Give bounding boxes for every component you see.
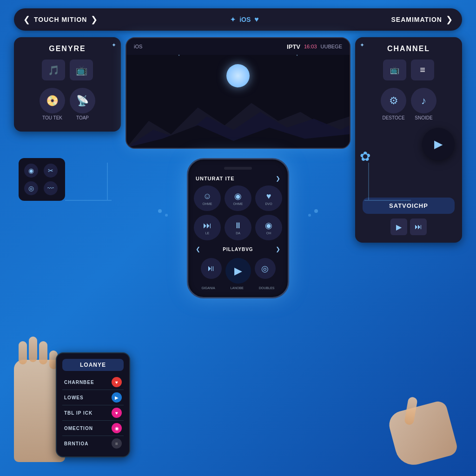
phone-btn-home[interactable]: ☺ OHME xyxy=(194,185,221,211)
music-icon: 🎵 xyxy=(48,65,60,76)
phone-left-arrow[interactable]: ❮ xyxy=(196,246,200,252)
top-screen: iOS IPTV 16:03 UUBEGE xyxy=(126,37,350,149)
remote-item-tblipick: TBL IP ICK ♥ xyxy=(62,405,124,421)
screen-uubege: UUBEGE xyxy=(321,44,342,49)
skip-icon-sm: ⏭ xyxy=(415,223,422,231)
phone-playback-controls: ⏯ ▶ ◎ xyxy=(194,258,282,284)
genre-icon-tv[interactable]: 📺 xyxy=(70,60,93,80)
nav-left-arrow[interactable]: ❮ xyxy=(23,14,30,25)
play-large-icon: ▶ xyxy=(234,265,242,277)
skip-label: LE xyxy=(205,231,210,235)
conn-line-h1 xyxy=(65,200,112,201)
conn-line-v2 xyxy=(368,163,369,200)
nav-left: ❮ TOUCH MITION ❯ xyxy=(23,14,98,25)
genre-item-tou-label: TOU TEK xyxy=(42,115,62,120)
genre-item-tou-icon: 📀 xyxy=(40,88,65,113)
screen-content xyxy=(126,55,350,148)
channel-icon-tv[interactable]: 📺 xyxy=(383,60,406,80)
remote-item-charnbee: CHARNBEE ♥ xyxy=(62,375,124,390)
circle1-label: OHME xyxy=(233,202,243,205)
remote-text-tblipick: TBL IP ICK xyxy=(64,410,93,416)
sparkle-1: ✦ xyxy=(112,42,116,48)
remote-btn-lowes[interactable]: ▶ xyxy=(112,392,122,403)
channel-items-row: ⚙ DESTOCE ♪ SNOIDE xyxy=(363,88,455,120)
phone-bottom-bar: ❮ PILLAYBVG ❯ xyxy=(194,244,282,254)
phone-btn-heart[interactable]: ♥ DVO xyxy=(255,185,282,211)
nav-right-title: SEAMIMATION xyxy=(391,16,442,23)
decor-icon-2[interactable]: ✂ xyxy=(44,164,58,178)
genre-icon-music[interactable]: 🎵 xyxy=(42,60,65,80)
nav-right: SEAMIMATION ❯ xyxy=(391,14,453,25)
phone-btn-gigania[interactable]: ⏯ xyxy=(201,258,222,279)
screen-iptv-title: IPTV xyxy=(287,43,300,50)
sparkle-2: ✦ xyxy=(360,42,364,48)
phone-playback-label: PILLAYBVG xyxy=(223,247,253,252)
phone-top-label: UNTURAT ITE xyxy=(196,176,235,181)
channel-item-snoide-label: SNOIDE xyxy=(415,115,432,120)
remote-btn-omection[interactable]: ◉ xyxy=(112,423,122,433)
nav-center-label: iOS xyxy=(239,16,251,23)
nav-center: ✦ iOS ♥ xyxy=(230,15,259,24)
channel-item-snoide[interactable]: ♪ SNOIDE xyxy=(411,88,436,120)
remote-label: LOANYE xyxy=(62,359,124,371)
channel-title: CHANNEL xyxy=(363,45,455,53)
screen-ios-label: iOS xyxy=(134,44,142,49)
remote-text-charnbee: CHARNBEE xyxy=(64,380,94,385)
genre-panel: GENYRE 🎵 📺 📀 TOU TEK 📡 TOAP xyxy=(14,37,121,132)
genre-icons-row: 🎵 📺 xyxy=(21,60,113,80)
genre-items-row: 📀 TOU TEK 📡 TOAP xyxy=(21,88,113,120)
genre-item-toap[interactable]: 📡 TOAP xyxy=(70,88,95,120)
phone-btn-skip[interactable]: ⏭ LE xyxy=(194,215,221,240)
phone-device: UNTURAT ITE ❯ ☺ OHME ◉ OHME ♥ DVO ⏭ xyxy=(187,158,289,298)
genre-title: GENYRE xyxy=(21,45,113,53)
top-navigation: ❮ TOUCH MITION ❯ ✦ iOS ♥ SEAMIMATION ❯ xyxy=(14,8,462,31)
screen-header: iOS IPTV 16:03 UUBEGE xyxy=(126,38,350,55)
phone-btn-circle1[interactable]: ◉ OHME xyxy=(225,185,251,211)
remote-btn-charnbee[interactable]: ♥ xyxy=(112,377,122,387)
remote-btn-brntioa[interactable]: ≡ xyxy=(112,438,122,449)
phone-top-arrow[interactable]: ❯ xyxy=(276,175,280,182)
channel-panel: CHANNEL 📺 ≡ ⚙ DESTOCE ♪ SNOIDE ▶ xyxy=(355,37,462,243)
phone-notch xyxy=(224,167,252,170)
skip-icon: ⏭ xyxy=(203,221,212,231)
dot-4 xyxy=(308,214,311,217)
decor-icon-1[interactable]: ◉ xyxy=(24,164,38,178)
decor-icon-4[interactable]: 〰 xyxy=(44,181,58,195)
phone-btn-play-large[interactable]: ▶ xyxy=(225,258,251,284)
channel-icon-menu[interactable]: ≡ xyxy=(411,60,434,80)
nav-left-title: TOUCH MITION xyxy=(34,16,87,23)
nav-right-arrow-1[interactable]: ❯ xyxy=(91,14,98,25)
remote-item-brntioa: BRNTIOA ≡ xyxy=(62,436,124,451)
phone-btn-doubles[interactable]: ◎ xyxy=(255,258,276,279)
genre-item-toap-icon: 📡 xyxy=(70,88,95,113)
conn-line-h2 xyxy=(364,200,411,201)
control-play[interactable]: ▶ xyxy=(390,218,407,235)
control-skip[interactable]: ⏭ xyxy=(410,218,427,235)
pause-label: DA xyxy=(236,231,240,235)
heart-label: DVO xyxy=(265,202,272,205)
genre-item-tou[interactable]: 📀 TOU TEK xyxy=(40,88,65,120)
dot-1 xyxy=(158,209,162,213)
channel-play-button[interactable]: ▶ xyxy=(422,128,455,160)
nav-heart-icon: ♥ xyxy=(254,15,259,24)
label-doubles: DOUBLES xyxy=(259,286,274,290)
phone-btn-circle2[interactable]: ◉ OH xyxy=(255,215,282,240)
play-icon: ⏯ xyxy=(207,264,215,273)
remote-btn-tblipick[interactable]: ♥ xyxy=(112,408,122,418)
center-area: iOS IPTV 16:03 UUBEGE UNTU xyxy=(126,37,350,298)
finger-1 xyxy=(19,341,27,364)
circle2-icon: ◉ xyxy=(265,220,272,231)
remote-item-lowes: LOWES ▶ xyxy=(62,390,124,405)
phone-btn-pause[interactable]: ⏸ DA xyxy=(225,215,251,240)
channel-item-destoce[interactable]: ⚙ DESTOCE xyxy=(381,88,406,120)
dot-2 xyxy=(314,209,318,213)
spiral-icon: ◎ xyxy=(261,264,269,274)
nav-right-arrow-2[interactable]: ❯ xyxy=(446,14,453,25)
phone-right-arrow[interactable]: ❯ xyxy=(276,246,280,252)
channel-icons-row: 📺 ≡ xyxy=(363,60,455,80)
decor-icon-3[interactable]: ◎ xyxy=(24,181,38,195)
label-lanobe: LANOBE xyxy=(231,286,244,290)
remote-item-omection: OMECTION ◉ xyxy=(62,421,124,436)
genre-item-toap-label: TOAP xyxy=(76,115,89,120)
phone-button-grid: ☺ OHME ◉ OHME ♥ DVO ⏭ LE ⏸ DA xyxy=(194,185,282,240)
